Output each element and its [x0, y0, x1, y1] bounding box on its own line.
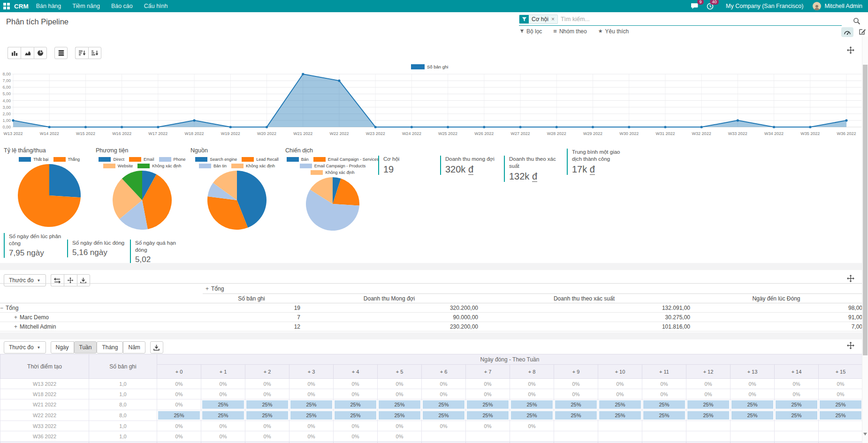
search-input[interactable]	[558, 15, 842, 23]
arrows-expand-icon	[846, 274, 855, 283]
filters-button[interactable]: Bộ lọc	[520, 28, 542, 35]
add-to-dashboard-button[interactable]	[841, 27, 853, 37]
legend-swatch	[242, 157, 254, 162]
pivot-measure-header[interactable]: Doanh thu Mong đợi	[300, 294, 478, 303]
expand-icon[interactable]: +	[14, 323, 17, 330]
highlighted-value: 25%	[687, 411, 729, 420]
cohort-scale-tháng[interactable]: Tháng	[97, 341, 123, 353]
nav-menu-item[interactable]: Báo cáo	[111, 3, 133, 9]
favorites-button[interactable]: ★ Yêu thích	[598, 28, 629, 35]
pie-chart-button[interactable]	[34, 47, 47, 59]
cohort-measures-button[interactable]: Thước đo ▼	[4, 341, 46, 353]
expand-icon[interactable]: +	[14, 314, 17, 321]
pie-legend-item[interactable]: Thất bại	[19, 157, 49, 162]
pivot-value-cell: 7	[203, 313, 300, 322]
cohort-download-button[interactable]	[150, 341, 163, 353]
cohort-value-cell: 25%	[201, 410, 245, 421]
pivot-row-label[interactable]: −Tổng	[0, 303, 203, 313]
pivot-measure-header[interactable]: Ngày đến lúc Đóng	[690, 294, 862, 303]
pie-legend-item[interactable]: Bản tin	[199, 164, 227, 168]
cohort-footer-cell	[775, 442, 819, 443]
legend-label: Không xác định	[152, 164, 181, 168]
sort-descending-button[interactable]	[75, 47, 88, 59]
highlighted-value: 25%	[467, 411, 509, 420]
pie-legend-item[interactable]: Không xác định	[137, 164, 181, 168]
pie-legend: BánEmail Campaign - ServicesEmail Campai…	[285, 157, 380, 175]
search-facet-chip[interactable]: Cơ hội ×	[519, 15, 558, 24]
nav-menu-item[interactable]: Tiềm năng	[72, 3, 100, 9]
pie-legend-item[interactable]: Direct	[99, 157, 124, 162]
cohort-offset-header: + 0	[157, 365, 201, 379]
highlighted-value: 25%	[379, 400, 420, 409]
legend-swatch	[19, 157, 31, 162]
legend-label: Search engine	[210, 157, 237, 162]
cohort-value-cell	[686, 421, 731, 431]
line-chart-button[interactable]	[21, 47, 34, 59]
cohort-value-cell: 0%	[157, 389, 201, 399]
pie-legend-item[interactable]: Lead Recall	[242, 157, 279, 162]
messages-button[interactable]: 9	[689, 0, 700, 12]
insert-spreadsheet-button[interactable]	[859, 28, 868, 37]
bar-chart-button[interactable]	[8, 47, 21, 59]
cohort-count-cell: 1,0	[89, 379, 157, 389]
cohort-value-cell: 0%	[466, 389, 510, 399]
pie-legend-item[interactable]: Không xác định	[311, 170, 354, 175]
nav-menu-item[interactable]: Bán hàng	[36, 3, 61, 9]
cohort-fullscreen-button[interactable]	[846, 341, 858, 353]
cohort-scale-tuần[interactable]: Tuần	[74, 341, 97, 353]
vertical-scrollbar[interactable]	[862, 37, 868, 443]
groupby-button[interactable]: ≡ Nhóm theo	[553, 28, 586, 35]
pie-legend-item[interactable]: Email Campaign - Products	[300, 164, 366, 168]
nav-menu-item[interactable]: Cấu hình	[144, 3, 168, 9]
graph-fullscreen-button[interactable]	[846, 46, 858, 57]
cohort-value-cell: 0%	[598, 389, 642, 399]
pie-legend-item[interactable]: Phone	[159, 157, 186, 162]
sort-ascending-icon	[91, 50, 98, 56]
activities-button[interactable]: 40	[704, 0, 716, 12]
pivot-measure-header[interactable]: Số bản ghi	[203, 294, 300, 303]
company-switcher[interactable]: My Company (San Francisco)	[726, 3, 803, 9]
cohort-offset-header: + 13	[731, 365, 775, 379]
pie-legend-item[interactable]: Website	[103, 164, 133, 168]
cohort-scale-năm[interactable]: Năm	[123, 341, 145, 353]
cohort-scale-ngày[interactable]: Ngày	[51, 341, 74, 353]
pie-legend-item[interactable]: Thắng	[53, 157, 80, 162]
pivot-measure-header[interactable]: Doanh thu theo xác suất	[478, 294, 690, 303]
kpi-label: Doanh thu mong đợi	[445, 156, 500, 163]
highlighted-value: 25%	[290, 400, 332, 409]
legend-label: Bán	[301, 157, 309, 162]
user-menu[interactable]: Mitchell Admin	[824, 3, 862, 9]
pivot-row-label[interactable]: +Mitchell Admin	[0, 322, 203, 331]
sort-ascending-button[interactable]	[88, 47, 101, 59]
pivot-column-group-header[interactable]: +Tổng	[203, 284, 862, 294]
highlighted-value: 25%	[731, 411, 773, 420]
pivot-value-cell: 30.275,00	[478, 313, 690, 322]
cohort-value-cell: 25%	[554, 410, 598, 421]
expand-icon[interactable]: +	[206, 285, 209, 292]
row-label-text: Marc Demo	[20, 314, 49, 321]
scrollbar-thumb[interactable]	[863, 65, 868, 355]
avatar[interactable]	[813, 2, 821, 10]
legend-label: Email	[144, 157, 154, 162]
pie-legend-item[interactable]: Không xác định	[231, 164, 275, 168]
scrollbar-down-arrow-icon[interactable]	[863, 433, 867, 435]
svg-text:W32 2022: W32 2022	[692, 131, 711, 136]
pivot-row-label[interactable]: +Marc Demo	[0, 313, 203, 322]
facet-close-icon[interactable]: ×	[551, 15, 557, 23]
pie-legend-item[interactable]: Search engine	[195, 157, 237, 162]
chart-legend[interactable]: Số bản ghi	[411, 64, 448, 69]
pie-legend-item[interactable]: Email Campaign - Services	[313, 157, 379, 162]
stacked-toggle-button[interactable]	[54, 47, 68, 59]
cohort-value-cell: 25%	[819, 399, 863, 410]
cohort-value-cell: 0%	[378, 421, 422, 431]
cohort-value-cell	[554, 421, 598, 431]
pie-legend-item[interactable]: Email	[129, 157, 154, 162]
row-label-text: Tổng	[6, 305, 18, 311]
pie-legend-item[interactable]: Bán	[287, 157, 309, 162]
apps-menu-button[interactable]	[0, 0, 13, 12]
app-name[interactable]: CRM	[14, 3, 29, 10]
cohort-row: W36 20221,00%0%0%0%0%0%	[0, 431, 863, 442]
collapse-icon[interactable]: −	[0, 305, 3, 311]
pie-svg-wrap	[190, 171, 283, 230]
search-magnifier-icon[interactable]	[853, 17, 862, 27]
